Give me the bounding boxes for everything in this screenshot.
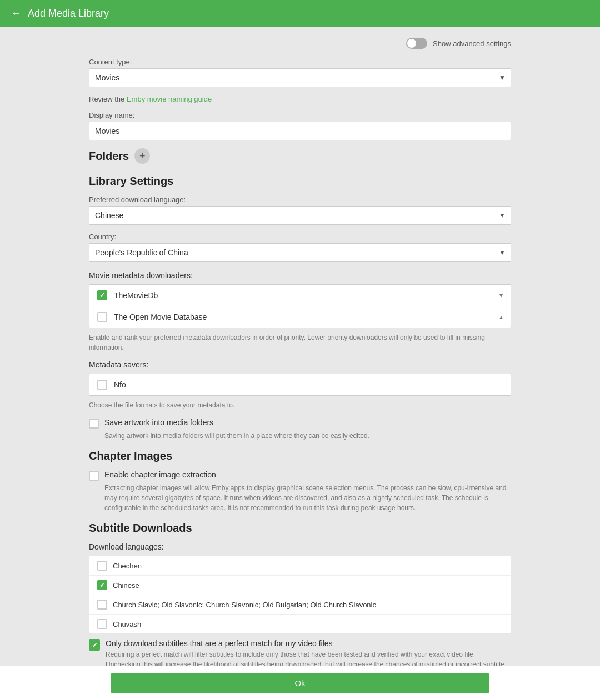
- advanced-settings-toggle[interactable]: [406, 38, 427, 49]
- content-type-group: Content type: Movies ▼: [89, 58, 511, 87]
- subtitle-language-name-3: Chuvash: [113, 620, 141, 628]
- subtitle-downloads-section: Subtitle Downloads Download languages: C…: [89, 522, 511, 679]
- save-artwork-checkbox-row[interactable]: Save artwork into media folders: [89, 418, 511, 429]
- content-type-label: Content type:: [89, 58, 511, 66]
- subtitle-languages-label: Download languages:: [89, 542, 511, 551]
- country-group: Country: People's Republic of China ▼: [89, 233, 511, 262]
- footer-bar: Ok: [0, 666, 600, 700]
- display-name-input[interactable]: [89, 122, 511, 140]
- subtitle-language-name-2: Church Slavic; Old Slavonic; Church Slav…: [113, 601, 376, 609]
- subtitle-language-checkbox-2[interactable]: [97, 600, 107, 610]
- metadata-downloaders-section: Movie metadata downloaders: TheMovieDb ▾…: [89, 271, 511, 352]
- country-select-wrapper: People's Republic of China ▼: [89, 243, 511, 262]
- content-type-select-wrapper: Movies ▼: [89, 68, 511, 87]
- save-artwork-section: Save artwork into media folders Saving a…: [89, 418, 511, 441]
- save-artwork-label: Save artwork into media folders: [104, 418, 213, 427]
- save-artwork-checkbox[interactable]: [89, 419, 99, 429]
- metadata-downloader-item-0[interactable]: TheMovieDb ▾: [89, 285, 511, 306]
- language-label: Preferred download language:: [89, 195, 511, 204]
- page-header: ← Add Media Library: [0, 0, 600, 27]
- subtitle-language-checkbox-1[interactable]: [97, 580, 107, 590]
- advanced-settings-label: Show advanced settings: [433, 39, 511, 48]
- chapter-images-section: Chapter Images Enable chapter image extr…: [89, 450, 511, 513]
- subtitle-language-checkbox-0[interactable]: [97, 561, 107, 571]
- metadata-saver-name-0: Nfo: [114, 380, 126, 389]
- subtitle-language-item-3[interactable]: Chuvash: [89, 615, 511, 633]
- metadata-savers-hint: Choose the file formats to save your met…: [89, 400, 511, 410]
- chapter-images-description: Extracting chapter images will allow Emb…: [104, 483, 511, 513]
- display-name-label: Display name:: [89, 111, 511, 119]
- metadata-downloader-name-0: TheMovieDb: [114, 291, 158, 300]
- save-artwork-hint: Saving artwork into media folders will p…: [104, 431, 511, 441]
- metadata-downloaders-list: TheMovieDb ▾ The Open Movie Database ▴: [89, 284, 511, 328]
- add-folder-button[interactable]: +: [134, 148, 150, 164]
- folders-header: Folders +: [89, 148, 511, 164]
- display-name-group: Display name:: [89, 111, 511, 140]
- metadata-downloader-item-1[interactable]: The Open Movie Database ▴: [89, 306, 511, 328]
- chapter-images-checkbox-row[interactable]: Enable chapter image extraction: [89, 470, 511, 481]
- metadata-downloaders-hint: Enable and rank your preferred metadata …: [89, 333, 511, 352]
- metadata-downloader-chevron-1[interactable]: ▴: [499, 313, 503, 321]
- perfect-match-checkbox[interactable]: [89, 639, 100, 651]
- metadata-saver-item-0[interactable]: Nfo: [89, 374, 511, 395]
- metadata-downloaders-label: Movie metadata downloaders:: [89, 271, 511, 280]
- subtitle-languages-list[interactable]: Chechen Chinese Church Slavic; Old Slavo…: [89, 556, 511, 633]
- library-settings-title: Library Settings: [89, 175, 511, 188]
- naming-guide-link[interactable]: Emby movie naming guide: [127, 95, 212, 103]
- metadata-savers-label: Metadata savers:: [89, 360, 511, 369]
- naming-guide-text: Review the Emby movie naming guide: [89, 95, 511, 103]
- metadata-saver-checkbox-0[interactable]: [97, 380, 107, 390]
- folders-title: Folders: [89, 150, 129, 163]
- metadata-downloader-name-1: The Open Movie Database: [114, 313, 207, 321]
- perfect-match-label: Only download subtitles that are a perfe…: [106, 639, 511, 648]
- subtitle-language-item-2[interactable]: Church Slavic; Old Slavonic; Church Slav…: [89, 595, 511, 615]
- metadata-downloader-chevron-0[interactable]: ▾: [499, 291, 503, 299]
- subtitle-language-item-0[interactable]: Chechen: [89, 556, 511, 576]
- metadata-savers-list: Nfo: [89, 374, 511, 396]
- country-label: Country:: [89, 233, 511, 241]
- chapter-images-checkbox[interactable]: [89, 471, 99, 481]
- chapter-images-label: Enable chapter image extraction: [104, 470, 216, 479]
- language-select-wrapper: Chinese ▼: [89, 206, 511, 225]
- metadata-downloader-row-1: The Open Movie Database ▴: [114, 313, 503, 321]
- subtitle-language-item-1[interactable]: Chinese: [89, 576, 511, 595]
- metadata-savers-section: Metadata savers: Nfo Choose the file for…: [89, 360, 511, 410]
- subtitle-language-name-1: Chinese: [113, 581, 139, 590]
- ok-button[interactable]: Ok: [111, 673, 489, 693]
- advanced-settings-row: Show advanced settings: [89, 38, 511, 49]
- metadata-downloader-checkbox-1[interactable]: [97, 312, 107, 322]
- subtitle-language-checkbox-3[interactable]: [97, 619, 107, 629]
- language-select[interactable]: Chinese: [89, 206, 511, 225]
- metadata-downloader-checkbox-0[interactable]: [97, 290, 107, 300]
- language-group: Preferred download language: Chinese ▼: [89, 195, 511, 225]
- page-title: Add Media Library: [28, 8, 109, 19]
- content-type-select[interactable]: Movies: [89, 68, 511, 87]
- country-select[interactable]: People's Republic of China: [89, 243, 511, 262]
- subtitle-downloads-title: Subtitle Downloads: [89, 522, 511, 535]
- subtitle-language-name-0: Chechen: [113, 562, 142, 570]
- metadata-downloader-row-0: TheMovieDb ▾: [114, 291, 503, 300]
- library-settings-section: Library Settings Preferred download lang…: [89, 175, 511, 262]
- back-button[interactable]: ←: [11, 8, 21, 19]
- chapter-images-title: Chapter Images: [89, 450, 511, 462]
